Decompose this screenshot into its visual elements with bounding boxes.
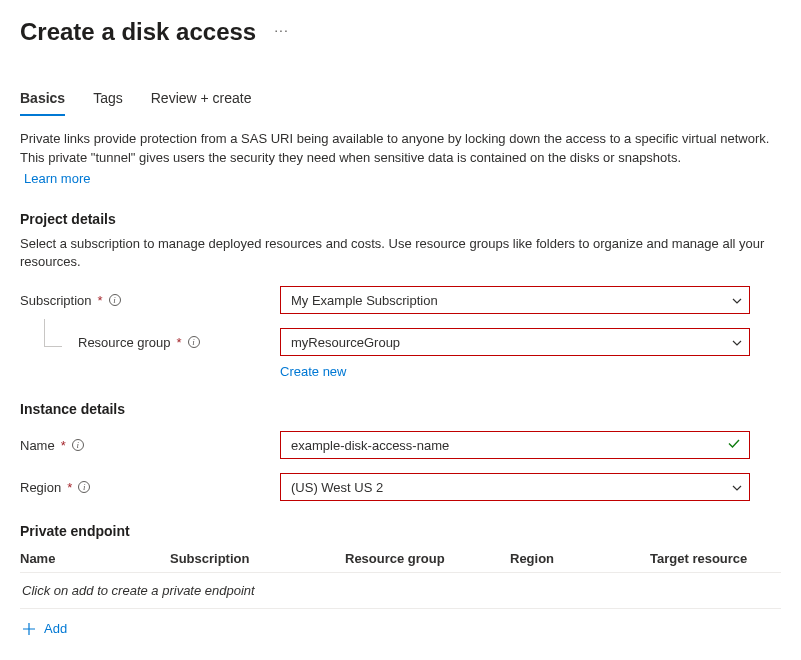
region-value: (US) West US 2 <box>291 480 383 495</box>
tab-tags[interactable]: Tags <box>93 90 123 116</box>
required-asterisk: * <box>67 480 72 495</box>
subscription-label-text: Subscription <box>20 293 92 308</box>
col-resource-group: Resource group <box>345 551 510 566</box>
info-icon[interactable]: i <box>72 439 84 451</box>
subscription-label: Subscription * i <box>20 293 280 308</box>
tab-review-create[interactable]: Review + create <box>151 90 252 116</box>
col-name: Name <box>20 551 170 566</box>
subscription-select[interactable]: My Example Subscription <box>280 286 750 314</box>
info-icon[interactable]: i <box>109 294 121 306</box>
region-label: Region * i <box>20 480 280 495</box>
name-value: example-disk-access-name <box>291 438 449 453</box>
resource-group-label-text: Resource group <box>78 335 171 350</box>
endpoint-placeholder-row: Click on add to create a private endpoin… <box>20 573 781 609</box>
col-subscription: Subscription <box>170 551 345 566</box>
tab-basics[interactable]: Basics <box>20 90 65 116</box>
required-asterisk: * <box>177 335 182 350</box>
name-input[interactable]: example-disk-access-name <box>280 431 750 459</box>
required-asterisk: * <box>61 438 66 453</box>
col-region: Region <box>510 551 650 566</box>
add-endpoint-button[interactable]: Add <box>20 609 781 640</box>
project-details-desc: Select a subscription to manage deployed… <box>20 235 780 273</box>
intro-text: Private links provide protection from a … <box>20 130 780 189</box>
info-icon[interactable]: i <box>188 336 200 348</box>
region-select[interactable]: (US) West US 2 <box>280 473 750 501</box>
tabs: Basics Tags Review + create <box>20 90 781 116</box>
more-icon[interactable]: ··· <box>274 22 289 42</box>
intro-body: Private links provide protection from a … <box>20 131 769 165</box>
check-icon <box>727 437 741 454</box>
page-title: Create a disk access <box>20 18 256 46</box>
private-endpoint-heading: Private endpoint <box>20 523 781 539</box>
add-label: Add <box>44 621 67 636</box>
endpoint-table-header: Name Subscription Resource group Region … <box>20 551 781 573</box>
create-new-link[interactable]: Create new <box>280 364 346 379</box>
info-icon[interactable]: i <box>78 481 90 493</box>
resource-group-label: Resource group * i <box>20 335 280 350</box>
name-label-text: Name <box>20 438 55 453</box>
tree-connector <box>44 319 62 347</box>
instance-details-heading: Instance details <box>20 401 781 417</box>
subscription-value: My Example Subscription <box>291 293 438 308</box>
chevron-down-icon <box>731 482 741 492</box>
region-label-text: Region <box>20 480 61 495</box>
project-details-heading: Project details <box>20 211 781 227</box>
required-asterisk: * <box>98 293 103 308</box>
plus-icon <box>22 622 36 636</box>
chevron-down-icon <box>731 337 741 347</box>
resource-group-select[interactable]: myResourceGroup <box>280 328 750 356</box>
resource-group-value: myResourceGroup <box>291 335 400 350</box>
col-target-resource: Target resource <box>650 551 781 566</box>
chevron-down-icon <box>731 295 741 305</box>
learn-more-link[interactable]: Learn more <box>24 170 90 189</box>
name-label: Name * i <box>20 438 280 453</box>
